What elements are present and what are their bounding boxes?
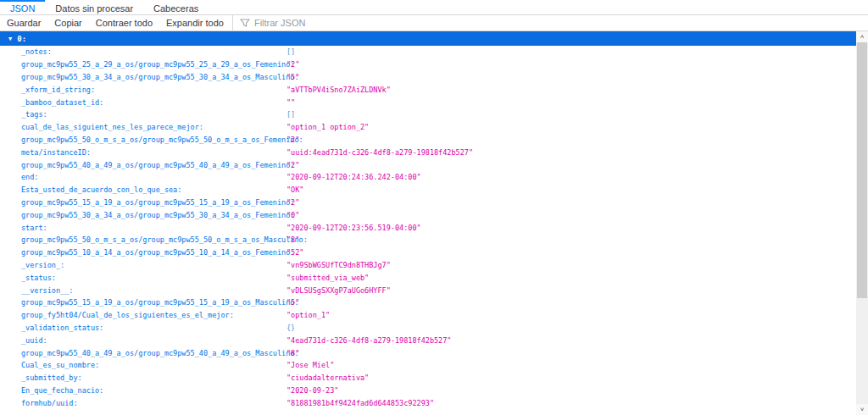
tab-json[interactable]: JSON bbox=[0, 0, 45, 14]
json-row[interactable]: Cual_es_su_nombre:"Jose Miel" bbox=[0, 359, 856, 372]
json-value: "2020-09-12T20:24:36.242-04:00" bbox=[287, 173, 421, 181]
json-key: Cual_es_su_nombre: bbox=[21, 361, 99, 369]
json-value: "2020-09-12T20:23:56.519-04:00" bbox=[287, 224, 421, 232]
filter-json-input[interactable] bbox=[254, 15, 868, 30]
json-key: group_mc9pw55_15_a_19_a_os/group_mc9pw55… bbox=[21, 198, 294, 207]
json-row[interactable]: group_fy5ht04/Cual_de_los_siguientes_es_… bbox=[0, 309, 856, 322]
json-row[interactable]: group_mc9pw55_30_a_34_a_os/group_mc9pw55… bbox=[0, 208, 856, 221]
json-row[interactable]: group_mc9pw55_40_a_49_a_os/group_mc9pw55… bbox=[0, 158, 856, 171]
json-row[interactable]: _tags:[] bbox=[0, 108, 856, 121]
json-value: "uuid:4ead731d-c326-4df8-a279-19818f42b5… bbox=[287, 148, 473, 157]
json-row[interactable]: __version__:"vDLSUSgSXXgP7aUGo6HYFF" bbox=[0, 284, 856, 296]
json-value: "2020-09-23" bbox=[287, 386, 338, 395]
collapse-all-button[interactable]: Contraer todo bbox=[89, 15, 159, 30]
triangle-down-icon[interactable]: ▼ bbox=[8, 36, 12, 42]
json-value: "" bbox=[287, 98, 295, 107]
json-key: _xform_id_string: bbox=[21, 86, 95, 94]
json-root-row-selected[interactable]: ▼ 0: bbox=[0, 31, 856, 46]
chevron-down-icon[interactable]: ˅ bbox=[856, 404, 868, 415]
json-value: "vDLSUSgSXXgP7aUGo6HYFF" bbox=[287, 286, 391, 295]
json-value: "2" bbox=[287, 60, 299, 69]
json-key: group_mc9pw55_10_a_14_a_os/group_mc9pw55… bbox=[21, 248, 294, 257]
json-key: _uuid: bbox=[21, 336, 47, 345]
json-row[interactable]: _validation_status:{} bbox=[0, 322, 856, 335]
copy-button[interactable]: Copiar bbox=[47, 15, 88, 30]
json-key: group_mc9pw55_15_a_19_a_os/group_mc9pw55… bbox=[21, 298, 299, 307]
scrollbar-thumb[interactable] bbox=[857, 42, 867, 298]
json-row[interactable]: group_mc9pw55_15_a_19_a_os/group_mc9pw55… bbox=[0, 196, 856, 209]
json-row[interactable]: cual_de_las_siguient_nes_les_parece_mejo… bbox=[0, 121, 856, 134]
json-key: _validation_status: bbox=[21, 324, 103, 332]
json-row[interactable]: _notes:[] bbox=[0, 46, 856, 58]
filter-box bbox=[236, 15, 868, 30]
json-value: "52" bbox=[287, 248, 303, 257]
json-key: _bamboo_dataset_id: bbox=[21, 98, 103, 107]
json-key: group_mc9pw55_40_a_49_a_os/group_mc9pw55… bbox=[21, 161, 294, 169]
json-key: group_fy5ht04/Cual_de_los_siguientes_es_… bbox=[21, 311, 234, 319]
json-row[interactable]: group_mc9pw55_25_a_29_a_os/group_mc9pw55… bbox=[0, 58, 856, 71]
json-value: "4ead731d-c326-4df8-a279-19818f42b527" bbox=[287, 336, 451, 345]
json-key: group_mc9pw55_40_a_49_a_os/group_mc9pw55… bbox=[21, 349, 299, 357]
json-key: group_mc9pw55_50_o_m_s_a_os/group_mc9pw5… bbox=[21, 235, 308, 244]
json-row[interactable]: En_que_fecha_nacio:"2020-09-23" bbox=[0, 385, 856, 397]
expand-all-button[interactable]: Expandir todo bbox=[159, 15, 231, 30]
json-key: group_mc9pw55_25_a_29_a_os/group_mc9pw55… bbox=[21, 60, 294, 69]
root-row-label: 0: bbox=[17, 35, 26, 43]
json-row[interactable]: _version_:"vn9SbWGSUfTC9dn8THBJg7" bbox=[0, 259, 856, 272]
vertical-scrollbar[interactable]: ˄ ˅ bbox=[856, 31, 868, 415]
json-value: "OK" bbox=[287, 185, 303, 194]
save-button[interactable]: Guardar bbox=[0, 15, 47, 30]
json-key: cual_de_las_siguient_nes_les_parece_mejo… bbox=[21, 123, 203, 131]
json-key: meta/instanceID: bbox=[21, 148, 91, 157]
json-key: group_mc9pw55_30_a_34_a_os/group_mc9pw55… bbox=[21, 211, 294, 219]
json-row[interactable]: group_mc9pw55_30_a_34_a_os/group_mc9pw55… bbox=[0, 71, 856, 84]
json-row[interactable]: group_mc9pw55_40_a_49_a_os/group_mc9pw55… bbox=[0, 346, 856, 359]
json-key: group_mc9pw55_30_a_34_a_os/group_mc9pw55… bbox=[21, 73, 299, 81]
json-value: {} bbox=[287, 324, 295, 332]
json-value: "2" bbox=[287, 161, 299, 169]
json-row[interactable]: end:"2020-09-12T20:24:36.242-04:00" bbox=[0, 171, 856, 184]
json-key: __version__: bbox=[21, 286, 73, 295]
tab-headers[interactable]: Cabeceras bbox=[143, 0, 209, 14]
json-row[interactable]: group_mc9pw55_50_o_m_s_a_os/group_mc9pw5… bbox=[0, 234, 856, 246]
chevron-up-icon[interactable]: ˄ bbox=[856, 31, 868, 42]
json-value: "5" bbox=[287, 298, 299, 307]
json-key: end: bbox=[21, 173, 38, 181]
json-value: [] bbox=[287, 110, 295, 119]
json-row[interactable]: _xform_id_string:"aVTTbPV4iSno7ZAiZLDNVk… bbox=[0, 83, 856, 96]
json-value: "submitted_via_web" bbox=[287, 274, 369, 282]
json-key: _version_: bbox=[21, 261, 64, 269]
json-row[interactable]: formhub/uuid:"81881981b4f9424fad6d644853… bbox=[0, 396, 856, 409]
json-key: _notes: bbox=[21, 47, 52, 56]
json-value: "81881981b4f9424fad6d644853c92293" bbox=[287, 399, 434, 407]
json-row[interactable]: group_mc9pw55_15_a_19_a_os/group_mc9pw55… bbox=[0, 296, 856, 309]
json-row[interactable]: group_mc9pw55_50_o_m_s_a_os/group_mc9pw5… bbox=[0, 134, 856, 147]
json-value: "option_1" bbox=[287, 311, 330, 319]
json-value: "option_1 option_2" bbox=[287, 123, 369, 131]
json-key: Esta_usted_de_acuerdo_con_lo_que_sea: bbox=[21, 185, 181, 194]
json-value: "2" bbox=[287, 136, 299, 144]
json-value: "0" bbox=[287, 211, 299, 219]
funnel-icon bbox=[240, 18, 250, 28]
tab-bar: JSON Datos sin procesar Cabeceras bbox=[0, 0, 868, 15]
json-row[interactable]: _uuid:"4ead731d-c326-4df8-a279-19818f42b… bbox=[0, 334, 856, 346]
json-value: "aVTTbPV4iSno7ZAiZLDNVk" bbox=[287, 86, 391, 94]
json-row[interactable]: start:"2020-09-12T20:23:56.519-04:00" bbox=[0, 221, 856, 234]
json-key: formhub/uuid: bbox=[21, 399, 78, 407]
json-row[interactable]: _submitted_by:"ciudadalternativa" bbox=[0, 372, 856, 385]
json-row[interactable]: meta/instanceID:"uuid:4ead731d-c326-4df8… bbox=[0, 146, 856, 158]
json-tree: _notes:[]group_mc9pw55_25_a_29_a_os/grou… bbox=[0, 46, 856, 415]
tab-raw-data[interactable]: Datos sin procesar bbox=[45, 0, 143, 14]
json-value: "8" bbox=[287, 235, 299, 244]
json-row[interactable]: group_mc9pw55_10_a_14_a_os/group_mc9pw55… bbox=[0, 246, 856, 259]
json-value: "8" bbox=[287, 349, 299, 357]
json-key: group_mc9pw55_50_o_m_s_a_os/group_mc9pw5… bbox=[21, 136, 303, 144]
json-value: "5" bbox=[287, 73, 299, 81]
json-value: [] bbox=[287, 47, 295, 56]
json-key: _tags: bbox=[21, 110, 47, 119]
json-row[interactable]: _bamboo_dataset_id:"" bbox=[0, 96, 856, 108]
json-value: "vn9SbWGSUfTC9dn8THBJg7" bbox=[287, 261, 391, 269]
json-value: "2" bbox=[287, 198, 299, 207]
json-row[interactable]: _status:"submitted_via_web" bbox=[0, 271, 856, 284]
json-row[interactable]: Esta_usted_de_acuerdo_con_lo_que_sea:"OK… bbox=[0, 184, 856, 196]
